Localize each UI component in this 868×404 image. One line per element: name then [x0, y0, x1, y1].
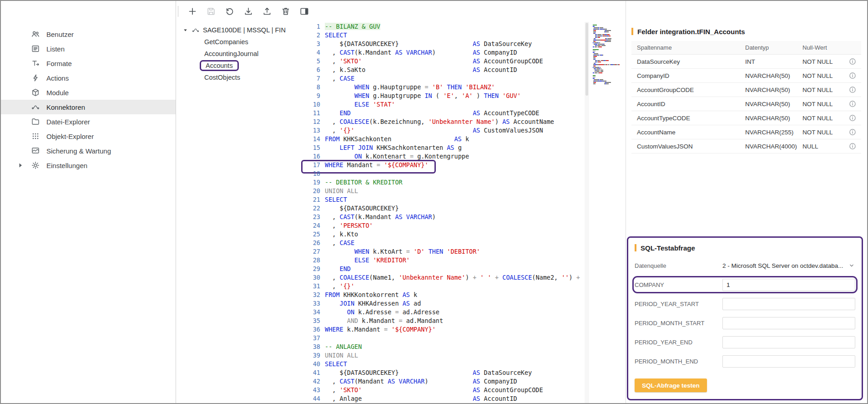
- chevron-right-icon[interactable]: [16, 161, 25, 170]
- editor-scrollbar[interactable]: [585, 22, 589, 403]
- tree-root[interactable]: SAGE100DE | MSSQL | FIN: [176, 24, 300, 36]
- code-line[interactable]: 14FROM KHKSachkonten AS k: [300, 135, 585, 143]
- code-line[interactable]: 44 , Anlage AS AccountID: [300, 394, 585, 403]
- line-number: 41: [300, 368, 320, 377]
- code-line[interactable]: 2SELECT: [300, 31, 585, 40]
- sidebar-item-benutzer[interactable]: Benutzer: [1, 27, 176, 41]
- column-header-null-wert: Null-Wert: [802, 44, 845, 51]
- info-icon[interactable]: [848, 86, 857, 94]
- code-line[interactable]: 27 WHEN k.KtoArt = 'D' THEN 'DEBITOR': [300, 247, 585, 256]
- code-line[interactable]: 37: [300, 334, 585, 343]
- tree-item-accountingjournal[interactable]: AccountingJournal: [176, 48, 300, 60]
- field-name: DataSourceKey: [631, 58, 745, 65]
- code-line[interactable]: 15 LEFT JOIN KHKSachkontenarten AS g: [300, 143, 585, 152]
- code-line[interactable]: 43 , 'SKTO' AS AccountGroupCODE: [300, 386, 585, 394]
- datasource-select[interactable]: 2 - Microsoft SQL Server on octdev.datab…: [722, 262, 855, 269]
- code-line[interactable]: 7 , CASE: [300, 74, 585, 83]
- code-line[interactable]: 8 WHEN g.Hauptgruppe = 'B' THEN 'BILANZ': [300, 83, 585, 92]
- caret-down-icon[interactable]: [182, 27, 188, 33]
- code-text: UNION ALL: [325, 187, 358, 195]
- code-line[interactable]: 9 WHEN g.Hauptgruppe IN ( 'E', 'A' ) THE…: [300, 92, 585, 100]
- code-line[interactable]: 40SELECT: [300, 360, 585, 368]
- info-icon[interactable]: [848, 57, 857, 66]
- code-line[interactable]: 17WHERE Mandant = '${COMPANY}': [300, 161, 585, 169]
- sidebar-item-datei-explorer[interactable]: Datei-Explorer: [1, 114, 176, 129]
- sidebar-item-sicherung-wartung[interactable]: Sicherung & Wartung: [1, 143, 176, 158]
- code-line[interactable]: 1-- BILANZ & GUV: [300, 22, 585, 31]
- code-line[interactable]: 34 ON k.Adresse = ad.Adresse: [300, 308, 585, 317]
- editor-scrollbar-thumb[interactable]: [585, 23, 588, 96]
- code-line[interactable]: 23 , CAST(k.Mandant AS VARCHAR): [300, 213, 585, 221]
- param-input-period-month-start[interactable]: [722, 317, 855, 329]
- delete-button[interactable]: [280, 6, 291, 17]
- code-line[interactable]: 12 , COALESCE(k.Bezeichnung, 'Unbekannte…: [300, 118, 585, 126]
- code-text: , Anlage AS AccountID: [325, 394, 517, 403]
- save-button[interactable]: [206, 6, 217, 17]
- code-line[interactable]: 4 , CAST(k.Mandant AS VARCHAR) AS Compan…: [300, 48, 585, 57]
- sidebar-item-objekt-explorer[interactable]: Objekt-Explorer: [1, 129, 176, 143]
- sidebar-item-actions[interactable]: Actions: [1, 71, 176, 85]
- tree-item-getcompanies[interactable]: GetCompanies: [176, 36, 300, 48]
- table-row: AccountGroupCODENVARCHAR(50)NOT NULL: [631, 83, 861, 97]
- test-query-button[interactable]: SQL-Abfrage testen: [635, 378, 707, 392]
- code-line[interactable]: 42 , CAST(Mandant AS VARCHAR) AS Company…: [300, 377, 585, 386]
- code-line[interactable]: 11 END AS AccountTypeCODE: [300, 109, 585, 118]
- code-line[interactable]: 18: [300, 169, 585, 178]
- code-line[interactable]: 31 , '{}': [300, 282, 585, 291]
- code-line[interactable]: 6 , k.SaKto AS AccountID: [300, 66, 585, 74]
- code-line[interactable]: 25 , k.Kto: [300, 230, 585, 239]
- code-line[interactable]: 3 ${DATASOURCEKEY} AS DataSourceKey: [300, 40, 585, 48]
- sidebar-item-formate[interactable]: Formate: [1, 56, 176, 71]
- line-number: 15: [300, 143, 320, 152]
- param-input-period-year-end[interactable]: [722, 336, 855, 348]
- sidebar-item-label: Datei-Explorer: [46, 118, 90, 126]
- tree-item-accounts[interactable]: Accounts: [176, 60, 300, 72]
- code-line[interactable]: 29 END: [300, 265, 585, 273]
- tree-item-costobjects[interactable]: CostObjects: [176, 72, 300, 83]
- code-line[interactable]: 39UNION ALL: [300, 351, 585, 360]
- code-line[interactable]: 41 ${DATASOURCEKEY} AS DataSourceKey: [300, 368, 585, 377]
- param-input-company[interactable]: [722, 279, 855, 291]
- code-line[interactable]: 13 , '{}' AS CustomValuesJSON: [300, 126, 585, 135]
- toggle-preview-button[interactable]: [299, 6, 310, 17]
- restore-version-button[interactable]: [224, 6, 235, 17]
- code-line[interactable]: 32FROM KHKKontokorrent AS k: [300, 291, 585, 299]
- code-area[interactable]: 1-- BILANZ & GUV2SELECT3 ${DATASOURCEKEY…: [300, 22, 585, 403]
- sidebar-item-module[interactable]: Module: [1, 85, 176, 100]
- sql-editor[interactable]: 1-- BILANZ & GUV2SELECT3 ${DATASOURCEKEY…: [300, 22, 626, 403]
- info-icon[interactable]: [848, 114, 857, 122]
- upload-button[interactable]: [262, 6, 273, 17]
- code-line[interactable]: 22 ${DATASOURCEKEY}: [300, 204, 585, 213]
- editor-minimap[interactable]: [589, 22, 626, 403]
- param-rows: COMPANYPERIOD_YEAR_STARTPERIOD_MONTH_STA…: [635, 278, 855, 368]
- code-line[interactable]: 26 , CASE: [300, 239, 585, 247]
- add-button[interactable]: [187, 6, 198, 17]
- code-line[interactable]: 30 , COALESCE(Name1, 'Unbekannter Name')…: [300, 273, 585, 282]
- code-line[interactable]: 33 JOIN KHKAdressen AS ad: [300, 299, 585, 308]
- sidebar-item-konnektoren[interactable]: Konnektoren: [1, 100, 176, 114]
- code-line[interactable]: 19-- DEBITOR & KREDITOR: [300, 178, 585, 187]
- line-number: 12: [300, 118, 320, 126]
- code-text: , CAST(Mandant AS VARCHAR) AS CompanyID: [325, 377, 517, 386]
- sidebar-item-listen[interactable]: Listen: [1, 41, 176, 56]
- field-datatype: INT: [745, 58, 802, 65]
- sidebar-item-einstellungen[interactable]: Einstellungen: [1, 158, 176, 173]
- param-row-period-month-end: PERIOD_MONTH_END: [635, 355, 855, 368]
- param-input-period-month-end[interactable]: [722, 355, 855, 368]
- code-line[interactable]: 10 ELSE 'STAT': [300, 100, 585, 109]
- code-line[interactable]: 24 , 'PERSKTO': [300, 221, 585, 230]
- code-line[interactable]: 21SELECT: [300, 195, 585, 204]
- code-line[interactable]: 36WHERE k.Mandant = '${COMPANY}': [300, 325, 585, 334]
- param-input-period-year-start[interactable]: [722, 298, 855, 310]
- code-line[interactable]: 28 ELSE 'KREDITOR': [300, 256, 585, 265]
- code-line[interactable]: 20UNION ALL: [300, 187, 585, 195]
- info-icon[interactable]: [848, 128, 857, 136]
- info-icon[interactable]: [848, 100, 857, 108]
- download-button[interactable]: [243, 6, 254, 17]
- code-line[interactable]: 35 AND k.Mandant = ad.Mandant: [300, 317, 585, 325]
- code-line[interactable]: 5 , 'SKTO' AS AccountGroupCODE: [300, 57, 585, 66]
- code-line[interactable]: 38-- ANLAGEN: [300, 343, 585, 351]
- list-icon: [31, 44, 40, 53]
- info-icon[interactable]: [848, 72, 857, 80]
- info-icon[interactable]: [848, 142, 857, 150]
